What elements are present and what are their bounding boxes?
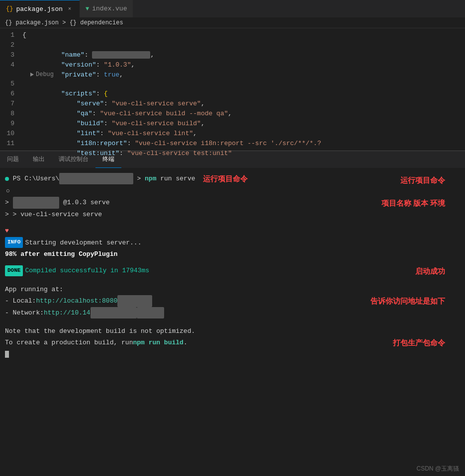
note-text-2-suffix: . [184, 337, 187, 348]
tab-bar: {} package.json × ▼ index.vue [0, 0, 465, 17]
breadcrumb-separator: > [59, 19, 70, 26]
footer-text: CSDN @玉离骚 [416, 465, 459, 472]
code-line-10: 10 "i18n:report": "vue-cli-service i18n:… [0, 129, 465, 139]
terminal-done-line: DONE Compiled successfully in 17943ms 启动… [5, 265, 460, 276]
local-url: http://localhost:8080 [36, 295, 117, 307]
breadcrumb: {} package.json > {} dependencies [0, 17, 465, 28]
annotation-success-label: 启动成功 [415, 264, 445, 278]
terminal-circle: ○ [5, 185, 460, 197]
code-line-5: 5 "scripts": { [0, 79, 465, 89]
annotation-run-cmd: 运行项目命令 [203, 172, 248, 185]
json-icon: {} [6, 5, 13, 12]
code-line-2: 2 "name": , [0, 40, 465, 50]
terminal-note-line1: Note that the development build is not o… [5, 325, 460, 337]
footer: CSDN @玉离骚 [416, 465, 459, 473]
vue-icon: ▼ [86, 5, 89, 12]
cli-service-cmd: > vue-cli-service serve [13, 209, 102, 220]
terminal-progress-line: 98% after emitting CopyPlugin [5, 248, 460, 260]
code-line-7: 7 "qa": "vue-cli-service build --mode qa… [0, 99, 465, 109]
tab-label-index-vue: index.vue [92, 5, 127, 12]
progress-text: 98% after emitting CopyPlugin [5, 248, 117, 260]
breadcrumb-section: {} dependencies [70, 19, 123, 26]
info-badge: INFO [5, 237, 23, 248]
annotation-run-label: 运行项目命令 [400, 174, 445, 186]
heart-icon: ♥ [5, 225, 9, 237]
terminal-cursor [5, 351, 9, 358]
terminal-network-line: - Network: http://10.14 [5, 307, 460, 318]
terminal-info-line: INFO Starting development server... [5, 237, 460, 248]
breadcrumb-file: {} package.json [5, 19, 59, 26]
code-line-4: 4 "private": true, [0, 60, 465, 70]
tab-index-vue[interactable]: ▼ index.vue [80, 0, 133, 17]
note-text-1: Note that the development build is not o… [5, 325, 195, 337]
done-text: Compiled successfully in 17943ms [25, 265, 149, 276]
terminal[interactable]: PS C:\Users\ > npm run serve 运行项目命令 运行项目… [0, 168, 465, 362]
annotation-build-label: 打包生产包命令 [393, 336, 445, 349]
done-badge: DONE [5, 265, 23, 276]
note-text-2-prefix: To create a production build, run [5, 337, 133, 348]
code-line-1: 1 { [0, 30, 465, 40]
annotation-address-label: 告诉你访问地址是如下 [371, 294, 445, 308]
app-running-text: App running at: [5, 284, 63, 295]
code-line-6: 6 "serve": "vue-cli-service serve", [0, 89, 465, 99]
terminal-project-line: > @1.0.3 serve 项目名称 版本 环境 [5, 197, 460, 208]
network-url: http://10.14 [44, 307, 91, 318]
debug-label: Debug [36, 71, 54, 78]
terminal-heart-line: ♥ [5, 225, 460, 237]
info-text: Starting development server... [25, 237, 141, 248]
terminal-local-line: - Local: http://localhost:8080 告诉你访问地址是如… [5, 295, 460, 307]
code-line-8: 8 "build": "vue-cli-service build", [0, 109, 465, 119]
note-build-cmd: npm run build [133, 337, 183, 348]
terminal-app-running: App running at: [5, 284, 460, 295]
terminal-prompt-line: PS C:\Users\ > npm run serve 运行项目命令 [5, 172, 460, 185]
terminal-cursor-line [5, 351, 460, 358]
code-line-9: 9 "lint": "vue-cli-service lint", [0, 119, 465, 129]
terminal-cli-line: > > vue-cli-service serve [5, 209, 460, 220]
code-line-3: 3 "version": "1.0.3", [0, 50, 465, 60]
annotation-project-label: 项目名称 版本 环境 [381, 196, 445, 210]
terminal-note-line2: To create a production build, run npm ru… [5, 337, 460, 348]
code-line-11: 11 "test:unit": "vue-cli-service test:un… [0, 139, 465, 149]
editor-area: 1 { 2 "name": , 3 "version": "1.0.3", 4 … [0, 28, 465, 151]
debug-triangle-icon [30, 73, 34, 77]
prompt-dot-icon [5, 177, 9, 181]
tab-close-package-json[interactable]: × [66, 5, 74, 13]
tab-package-json[interactable]: {} package.json × [0, 0, 80, 17]
terminal-container: PS C:\Users\ > npm run serve 运行项目命令 运行项目… [0, 168, 465, 362]
tab-label-package-json: package.json [16, 5, 63, 13]
